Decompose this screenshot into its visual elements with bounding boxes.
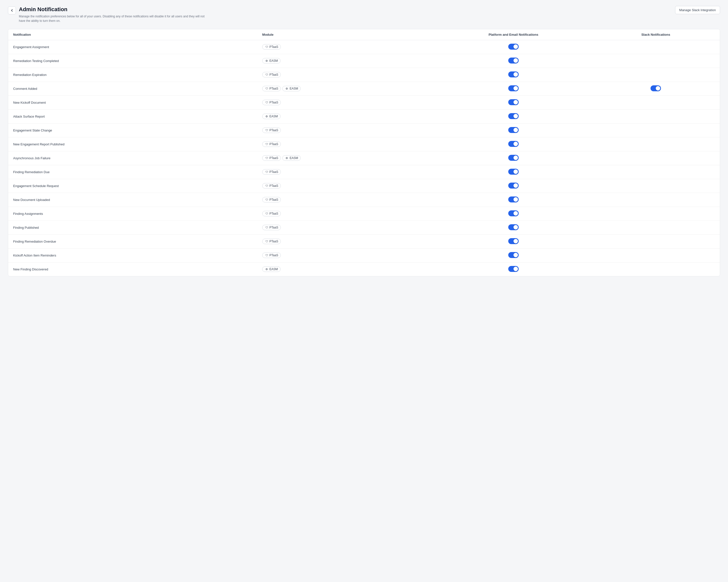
col-notification: Notification (8, 29, 257, 40)
slack-cell (592, 221, 720, 234)
platform-email-toggle[interactable] (508, 266, 519, 272)
easm-icon: ⚙ (265, 59, 268, 62)
col-module: Module (257, 29, 435, 40)
table-row: Attack Surface Report⚙EASM (8, 109, 720, 123)
module-badge: ⚙EASM (282, 155, 301, 161)
module-label: PTaaS (269, 253, 278, 257)
ptaas-icon: 🛡 (265, 129, 268, 132)
slack-cell (592, 206, 720, 221)
platform-email-toggle[interactable] (508, 155, 519, 161)
module-badge: ⚙EASM (262, 114, 281, 119)
platform-email-cell (435, 262, 592, 276)
ptaas-icon: 🛡 (265, 226, 268, 229)
notification-name: New Finding Discovered (8, 262, 257, 276)
ptaas-icon: 🛡 (265, 184, 268, 188)
platform-email-cell (435, 248, 592, 262)
platform-email-toggle[interactable] (508, 252, 519, 258)
table-row: Engagement Assignment🛡PTaaS (8, 40, 720, 54)
platform-email-toggle[interactable] (508, 44, 519, 50)
table-row: New Finding Discovered⚙EASM (8, 262, 720, 276)
table-row: New Engagement Report Published🛡PTaaS (8, 137, 720, 151)
module-badge: 🛡PTaaS (262, 169, 281, 175)
platform-email-toggle[interactable] (508, 99, 519, 105)
notification-name: New Document Uploaded (8, 193, 257, 206)
slack-cell (592, 95, 720, 109)
platform-email-cell (435, 123, 592, 137)
slack-toggle[interactable] (651, 85, 661, 91)
slack-cell (592, 151, 720, 165)
notification-name: Engagement Assignment (8, 40, 257, 54)
module-label: PTaaS (269, 212, 278, 215)
module-label: PTaaS (269, 240, 278, 243)
module-badge: 🛡PTaaS (262, 141, 281, 147)
back-button[interactable] (8, 6, 16, 15)
module-cell: ⚙EASM (257, 54, 435, 68)
platform-email-toggle[interactable] (508, 183, 519, 189)
slack-cell (592, 68, 720, 82)
slack-cell (592, 40, 720, 54)
platform-email-cell (435, 165, 592, 179)
platform-email-toggle[interactable] (508, 85, 519, 91)
ptaas-icon: 🛡 (265, 101, 268, 104)
module-badge: 🛡PTaaS (262, 239, 281, 244)
table-row: Asynchronous Job Failure🛡PTaaS⚙EASM (8, 151, 720, 165)
table-row: Finding Assignments🛡PTaaS (8, 206, 720, 221)
module-cell: ⚙EASM (257, 262, 435, 276)
module-cell: 🛡PTaaS⚙EASM (257, 151, 435, 165)
platform-email-cell (435, 95, 592, 109)
notification-name: Finding Remediation Due (8, 165, 257, 179)
platform-email-cell (435, 221, 592, 234)
notification-label: Engagement Assignment (13, 45, 49, 49)
page-title: Admin Notification (19, 6, 208, 13)
ptaas-icon: 🛡 (265, 73, 268, 76)
module-label: PTaaS (269, 129, 278, 132)
slack-cell (592, 82, 720, 95)
platform-email-toggle[interactable] (508, 141, 519, 147)
platform-email-cell (435, 68, 592, 82)
platform-email-toggle[interactable] (508, 196, 519, 202)
module-cell: 🛡PTaaS (257, 137, 435, 151)
module-cell: 🛡PTaaS (257, 179, 435, 193)
platform-email-cell (435, 109, 592, 123)
slack-cell (592, 262, 720, 276)
notification-label: New Finding Discovered (13, 268, 48, 271)
platform-email-toggle[interactable] (508, 238, 519, 244)
notification-name: Remediation Testing Completed (8, 54, 257, 68)
platform-email-toggle[interactable] (508, 127, 519, 133)
slack-cell (592, 165, 720, 179)
module-label: PTaaS (269, 142, 278, 146)
platform-email-toggle[interactable] (508, 72, 519, 77)
platform-email-toggle[interactable] (508, 169, 519, 175)
easm-icon: ⚙ (265, 115, 268, 118)
slack-cell (592, 109, 720, 123)
module-badge: 🛡PTaaS (262, 211, 281, 216)
notification-name: Finding Remediation Overdue (8, 234, 257, 248)
ptaas-icon: 🛡 (265, 212, 268, 215)
module-cell: 🛡PTaaS (257, 206, 435, 221)
table-row: Finding Remediation Due🛡PTaaS (8, 165, 720, 179)
module-badge: 🛡PTaaS (262, 128, 281, 133)
module-cell: 🛡PTaaS (257, 123, 435, 137)
notification-label: New Document Uploaded (13, 198, 50, 202)
notification-label: Remediation Expiration (13, 73, 47, 77)
ptaas-icon: 🛡 (265, 170, 268, 174)
table-row: Engagement State Change🛡PTaaS (8, 123, 720, 137)
module-badge: ⚙EASM (262, 58, 281, 63)
platform-email-toggle[interactable] (508, 113, 519, 119)
platform-email-toggle[interactable] (508, 211, 519, 216)
platform-email-toggle[interactable] (508, 224, 519, 230)
module-label: EASM (269, 268, 278, 271)
platform-email-cell (435, 206, 592, 221)
notification-name: Engagement Schedule Request (8, 179, 257, 193)
platform-email-cell (435, 137, 592, 151)
module-label: PTaaS (269, 156, 278, 160)
notification-label: Attack Surface Report (13, 115, 45, 118)
manage-slack-button[interactable]: Manage Slack Integration (675, 6, 720, 14)
table-row: Comment Added🛡PTaaS⚙EASM (8, 82, 720, 95)
module-label: PTaaS (269, 170, 278, 174)
module-badge: 🛡PTaaS (262, 100, 281, 105)
platform-email-cell (435, 179, 592, 193)
ptaas-icon: 🛡 (265, 87, 268, 90)
platform-email-toggle[interactable] (508, 58, 519, 63)
notifications-table: Notification Module Platform and Email N… (8, 29, 720, 276)
